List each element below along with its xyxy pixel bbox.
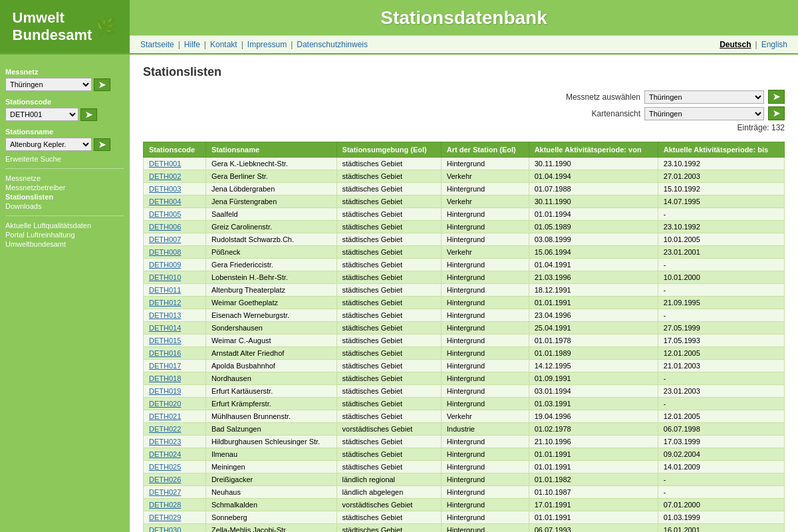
kartenansicht-label: Kartenansicht [592,109,640,118]
table-row: DETH012Weimar Goetheplatzstädtisches Geb… [144,297,785,309]
nav-hilfe[interactable]: Hilfe [184,40,200,49]
station-code-link[interactable]: DETH028 [149,501,181,509]
table-cell: 23.10.1992 [658,221,784,233]
stationscode-go-button[interactable]: ➤ [80,108,97,121]
station-code-link[interactable]: DETH001 [149,160,181,168]
table-cell: 14.01.2009 [658,461,784,473]
kartenansicht-go-button[interactable]: ➤ [768,106,785,120]
station-code-link[interactable]: DETH002 [149,172,181,180]
station-code-link[interactable]: DETH013 [149,311,181,319]
sidebar-item-downloads[interactable]: Downloads [5,202,124,210]
station-code-link[interactable]: DETH029 [149,513,181,521]
table-cell: 17.05.1993 [658,334,784,347]
station-code-link[interactable]: DETH022 [149,425,181,433]
table-row: DETH029Sonnebergstädtisches GebietHinter… [144,511,785,524]
station-code-link[interactable]: DETH015 [149,336,181,344]
station-code-link[interactable]: DETH027 [149,488,181,496]
sidebar-item-messnetze[interactable]: Messnetze [5,174,124,182]
station-code-link[interactable]: DETH019 [149,387,181,395]
station-code-link[interactable]: DETH012 [149,299,181,307]
station-code-link[interactable]: DETH030 [149,526,181,532]
table-cell: 15.06.1994 [529,246,658,259]
stationscode-select[interactable]: DETH001 [5,108,78,121]
nav-sep-1: | [178,40,180,49]
station-code-link[interactable]: DETH006 [149,223,181,231]
kartenansicht-select[interactable]: Thüringen [644,107,764,120]
table-row: DETH006Greiz Carolinenstr.städtisches Ge… [144,221,785,233]
table-cell: vorstädtisches Gebiet [336,423,441,436]
nav-datenschutz[interactable]: Datenschutzhinweis [297,40,368,49]
table-row: DETH019Erfurt Kartäuserstr.städtisches G… [144,385,785,398]
table-row: DETH030Zella-Mehlis Jacobi-Str.städtisch… [144,524,785,533]
station-code-link[interactable]: DETH010 [149,273,181,281]
nav-kontakt[interactable]: Kontakt [210,40,237,49]
table-cell: Sonneberg [205,511,336,524]
station-code-link[interactable]: DETH018 [149,374,181,382]
table-cell: vorstädtisches Gebiet [336,499,441,511]
stationsname-label: Stationsname [5,128,124,136]
table-cell: 17.01.1991 [529,499,658,511]
table-cell: Gera Berliner Str. [205,170,336,183]
table-cell: Hintergrund [441,436,529,448]
table-cell: städtisches Gebiet [336,284,441,297]
station-code-link[interactable]: DETH007 [149,235,181,243]
station-code-link[interactable]: DETH021 [149,412,181,420]
station-code-link[interactable]: DETH005 [149,210,181,218]
table-cell: 21.03.1996 [529,271,658,284]
table-cell: 01.04.1994 [529,170,658,183]
nav-impressum[interactable]: Impressum [247,40,287,49]
table-cell: 01.02.1978 [529,423,658,436]
station-code-link[interactable]: DETH008 [149,248,181,256]
sidebar-item-luftqualitaet[interactable]: Aktuelle Luftqualitätsdaten [5,221,124,229]
table-cell: 01.03.1991 [529,398,658,410]
table-cell: 01.04.1991 [529,259,658,271]
erweiterte-suche-link[interactable]: Erweiterte Suche [5,155,124,163]
table-cell: städtisches Gebiet [336,309,441,322]
station-code-link[interactable]: DETH025 [149,463,181,471]
lang-deutsch[interactable]: Deutsch [720,40,751,49]
station-code-link[interactable]: DETH017 [149,362,181,370]
table-cell: Hintergrund [441,284,529,297]
table-cell: 09.02.2004 [658,448,784,461]
sidebar-item-stationslisten[interactable]: Stationslisten [5,193,124,201]
station-code-link[interactable]: DETH026 [149,475,181,483]
table-row: DETH001Gera K.-Liebknecht-Str.städtische… [144,158,785,170]
table-cell: Erfurt Kartäuserstr. [205,385,336,398]
table-cell: städtisches Gebiet [336,233,441,246]
col-header-art: Art der Station (EoI) [441,142,529,158]
stationsname-select[interactable]: Altenburg Kepler. [5,138,92,151]
sidebar-item-luftreinhaltung[interactable]: Portal Luftreinhaltung [5,231,124,239]
table-cell: Hintergrund [441,524,529,533]
table-cell: Hintergrund [441,486,529,499]
table-cell: Hintergrund [441,347,529,360]
lang-english[interactable]: English [761,40,787,49]
station-code-link[interactable]: DETH016 [149,349,181,357]
table-cell: 23.01.2003 [658,385,784,398]
messnetz-auswahlen-select[interactable]: Thüringen [644,90,764,104]
station-code-link[interactable]: DETH020 [149,400,181,408]
sidebar-item-umweltbundesamt[interactable]: Umweltbundesamt [5,240,124,248]
messnetz-auswahlen-go-button[interactable]: ➤ [768,90,785,104]
table-cell: Arnstadt Alter Friedhof [205,347,336,360]
table-cell: 01.07.1988 [529,183,658,196]
station-code-link[interactable]: DETH014 [149,324,181,332]
station-code-link[interactable]: DETH009 [149,261,181,269]
table-cell: städtisches Gebiet [336,524,441,533]
sidebar-item-messnetzbetreiber[interactable]: Messnetzbetreiber [5,184,124,192]
table-cell: Hintergrund [441,309,529,322]
station-code-link[interactable]: DETH003 [149,185,181,193]
stationsname-go-button[interactable]: ➤ [94,138,110,151]
station-code-link[interactable]: DETH024 [149,450,181,458]
messnetz-go-button[interactable]: ➤ [94,78,110,91]
logo-line1: Umwelt [13,9,92,27]
messnetz-select[interactable]: Thüringen [5,78,92,91]
table-row: DETH023Hildburghausen Schleusinger Str.s… [144,436,785,448]
station-code-link[interactable]: DETH011 [149,286,181,294]
station-code-link[interactable]: DETH004 [149,198,181,205]
stationscode-label: Stationscode [5,98,124,106]
nav-startseite[interactable]: Startseite [140,40,174,49]
logo-line2: Bundesamt [13,27,92,44]
station-code-link[interactable]: DETH023 [149,438,181,446]
table-cell: städtisches Gebiet [336,221,441,233]
table-cell: 01.01.1991 [529,448,658,461]
